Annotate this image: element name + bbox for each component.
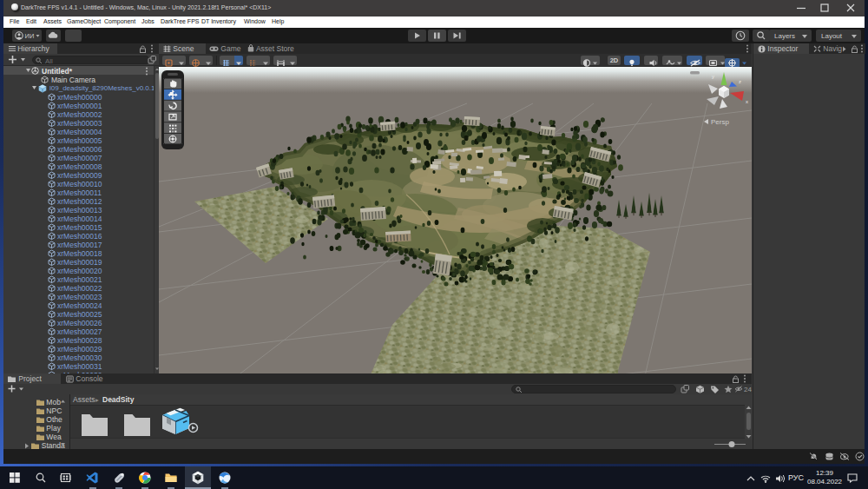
svg-text:x: x bbox=[746, 99, 748, 104]
svg-text:z: z bbox=[739, 79, 741, 84]
svg-text:Persp: Persp bbox=[711, 118, 729, 126]
svg-text:ИИ: ИИ bbox=[25, 32, 35, 40]
svg-text:y: y bbox=[712, 74, 714, 79]
svg-text:24: 24 bbox=[744, 386, 752, 393]
